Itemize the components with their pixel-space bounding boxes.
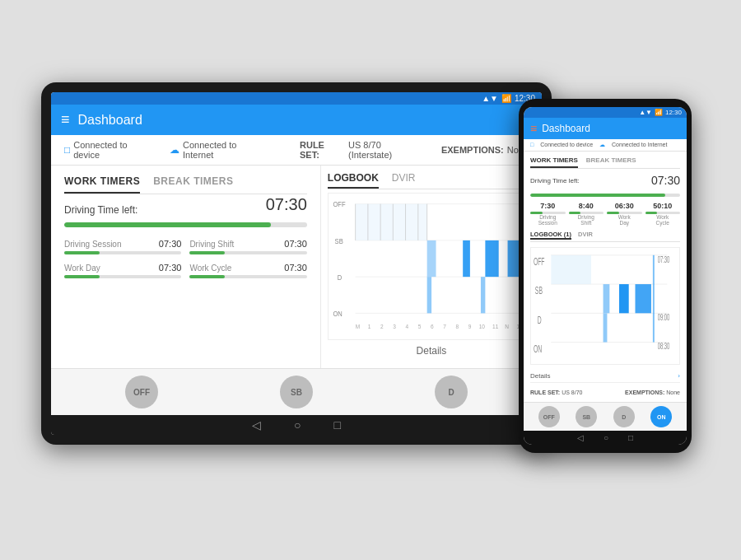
phone-btn-on[interactable]: ON [650, 406, 672, 427]
phone-recent-icon[interactable]: □ [628, 433, 633, 442]
back-icon[interactable]: ◁ [252, 418, 261, 432]
tablet-bottom-buttons: OFF SB D [51, 368, 542, 415]
timer-label-0: Driving Session [64, 240, 121, 249]
phone-device-label: Connected to device [540, 142, 593, 148]
tab-break-timers[interactable]: BREAK TIMERS [153, 175, 233, 194]
chart-details-link[interactable]: Details [328, 340, 535, 362]
tablet-nav-bar: ◁ ○ □ [51, 415, 542, 435]
btn-off[interactable]: OFF [125, 376, 158, 408]
timer-grid: Driving Session 07:30 Driving Shift 07:3… [64, 239, 307, 278]
phone-tab-work[interactable]: WORK TIMERS [530, 156, 578, 168]
phone-bottom-buttons: OFF SB D ON [524, 402, 687, 431]
exemptions: EXEMPTIONS: None [441, 145, 529, 155]
phone-screen: ▲▼ 📶 12:30 ≡ Dashboard □ Connected to de… [524, 107, 687, 445]
svg-text:6: 6 [431, 324, 434, 330]
svg-text:ON: ON [534, 343, 542, 355]
svg-rect-21 [463, 240, 470, 277]
phone-log-tabs: LOGBOOK (1) DVIR [530, 231, 680, 242]
phone-btn-sb[interactable]: SB [576, 406, 597, 427]
device-label: Connected to device [73, 140, 153, 160]
device-icon: □ [64, 144, 70, 156]
phone-cloud-icon: ☁ [599, 142, 605, 148]
phone-driving-time-value: 07:30 [651, 174, 680, 187]
tablet-main-content: WORK TIMERS BREAK TIMERS Driving Time le… [51, 166, 542, 368]
svg-rect-43 [604, 284, 610, 313]
phone-details-row[interactable]: Details › [530, 370, 680, 383]
svg-text:8: 8 [455, 324, 459, 330]
svg-rect-25 [481, 277, 485, 313]
home-icon[interactable]: ○ [294, 418, 301, 432]
svg-text:M: M [355, 324, 360, 330]
phone-exemption-label: EXEMPTIONS: [625, 390, 664, 395]
phone-log-tab-dvir[interactable]: DVIR [578, 231, 593, 240]
tab-logbook[interactable]: LOGBOOK [328, 172, 379, 189]
phone-timer-0: 7:30 DrivingSession [530, 202, 566, 226]
phone-driving-time-label: Driving Time left: [530, 177, 580, 184]
menu-icon[interactable]: ≡ [61, 111, 70, 128]
phone-timer-val-3: 50:10 [645, 202, 681, 210]
tab-work-timers[interactable]: WORK TIMERS [64, 175, 140, 194]
svg-text:10: 10 [479, 324, 485, 330]
phone-btn-d[interactable]: D [613, 406, 635, 427]
rule-value: US 8/70 (Interstate) [348, 140, 425, 160]
timer-work-cycle: Work Cycle 07:30 [189, 263, 306, 278]
phone-nav-bar: ◁ ○ □ [524, 431, 687, 445]
phone-btn-off[interactable]: OFF [538, 406, 560, 427]
timer-driving-shift: Driving Shift 07:30 [189, 239, 306, 254]
phone-info-bar: □ Connected to device ☁ Connected to Int… [524, 139, 687, 152]
btn-sb[interactable]: SB [280, 376, 313, 408]
phone-chart: OFF SB D ON 07:30 [530, 247, 680, 365]
tablet-toolbar: ≡ Dashboard [51, 105, 542, 135]
phone-tab-break[interactable]: BREAK TIMERS [586, 156, 636, 168]
phone-timer-label-0: DrivingSession [530, 214, 566, 226]
tablet-info-bar: □ Connected to device ☁ Connected to Int… [51, 135, 542, 166]
svg-text:08:30: 08:30 [658, 341, 670, 351]
phone-content: WORK TIMERS BREAK TIMERS Driving Time le… [524, 152, 687, 402]
phone-home-icon[interactable]: ○ [604, 433, 608, 442]
tablet-screen: ▲▼ 📶 12:30 ≡ Dashboard □ Connected to de… [51, 92, 542, 435]
timer-val-1: 07:30 [284, 239, 307, 249]
svg-rect-20 [426, 240, 436, 277]
recent-icon[interactable]: □ [334, 418, 341, 432]
rule-set: RULE SET: US 8/70 (Interstate) [300, 140, 425, 160]
tablet-status-bar: ▲▼ 📶 12:30 [51, 92, 542, 105]
driving-time-label: Driving Time left: [64, 204, 137, 216]
phone-rule-row: RULE SET: US 8/70 EXEMPTIONS: None [530, 388, 680, 397]
phone-driving-fill [530, 194, 665, 197]
phone-time: 12:30 [665, 109, 682, 116]
driving-time-progress [64, 222, 307, 227]
phone-driving-progress [530, 194, 680, 197]
svg-rect-47 [653, 255, 655, 343]
tablet-tabs: WORK TIMERS BREAK TIMERS [64, 175, 307, 194]
phone-tabs: WORK TIMERS BREAK TIMERS [530, 156, 680, 169]
phone-internet-label: Connected to Internet [612, 142, 667, 148]
chart-off-label: OFF [333, 201, 345, 209]
svg-text:D: D [538, 315, 542, 326]
tablet-left-panel: WORK TIMERS BREAK TIMERS Driving Time le… [51, 166, 321, 368]
phone-timer-val-0: 7:30 [530, 202, 566, 210]
svg-text:07:30: 07:30 [658, 254, 670, 264]
svg-rect-46 [604, 313, 608, 342]
phone-toolbar: ≡ Dashboard [524, 118, 687, 139]
phone-timer-label-1: DrivingShift [569, 214, 604, 226]
tablet-signal-icon: ▲▼ [482, 94, 498, 103]
phone-driving-time-section: Driving Time left: 07:30 [530, 174, 680, 187]
tablet-device: ▲▼ 📶 12:30 ≡ Dashboard □ Connected to de… [41, 82, 552, 445]
tab-dvir[interactable]: DVIR [392, 172, 416, 189]
phone-log-tab-logbook[interactable]: LOGBOOK (1) [530, 231, 571, 240]
chart-on-label: ON [333, 310, 342, 319]
timer-val-2: 07:30 [159, 263, 182, 273]
phone-timer-label-3: WorkCycle [645, 214, 681, 226]
driving-time-value: 07:30 [266, 195, 307, 214]
rule-label: RULE SET: [300, 140, 345, 160]
phone-timer-3: 50:10 WorkCycle [645, 202, 681, 226]
phone-details-arrow: › [678, 372, 680, 380]
btn-d[interactable]: D [435, 376, 468, 408]
svg-text:11: 11 [492, 324, 498, 330]
cloud-icon: ☁ [170, 144, 179, 156]
phone-menu-icon[interactable]: ≡ [530, 122, 537, 135]
svg-rect-45 [635, 284, 650, 313]
phone-wifi-icon: 📶 [655, 109, 663, 116]
phone-back-icon[interactable]: ◁ [577, 433, 584, 442]
phone-timer-1: 8:40 DrivingShift [569, 202, 604, 226]
